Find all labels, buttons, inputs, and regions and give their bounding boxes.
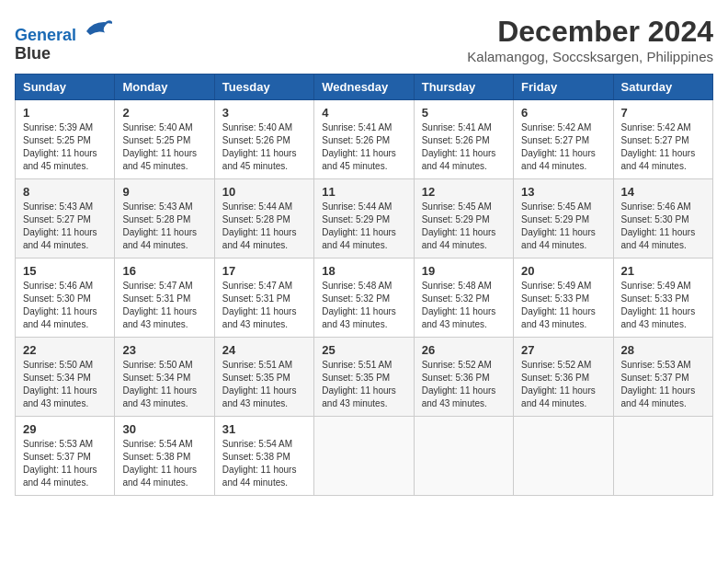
calendar-cell: 5Sunrise: 5:41 AM Sunset: 5:26 PM Daylig…: [414, 100, 513, 179]
day-info: Sunrise: 5:51 AM Sunset: 5:35 PM Dayligh…: [222, 359, 306, 410]
calendar-week-row: 1Sunrise: 5:39 AM Sunset: 5:25 PM Daylig…: [16, 100, 713, 179]
calendar-cell: 1Sunrise: 5:39 AM Sunset: 5:25 PM Daylig…: [16, 100, 115, 179]
day-number: 27: [521, 343, 605, 357]
day-info: Sunrise: 5:43 AM Sunset: 5:27 PM Dayligh…: [23, 201, 107, 252]
day-info: Sunrise: 5:50 AM Sunset: 5:34 PM Dayligh…: [23, 359, 107, 410]
day-number: 12: [422, 185, 506, 199]
calendar-cell: 30Sunrise: 5:54 AM Sunset: 5:38 PM Dayli…: [115, 417, 214, 496]
day-info: Sunrise: 5:47 AM Sunset: 5:31 PM Dayligh…: [122, 280, 206, 331]
calendar-cell: 2Sunrise: 5:40 AM Sunset: 5:25 PM Daylig…: [115, 100, 214, 179]
day-number: 6: [521, 106, 605, 120]
logo-text: General Blue: [15, 15, 112, 63]
calendar-week-row: 15Sunrise: 5:46 AM Sunset: 5:30 PM Dayli…: [16, 259, 713, 338]
day-number: 3: [222, 106, 306, 120]
calendar-cell: 7Sunrise: 5:42 AM Sunset: 5:27 PM Daylig…: [613, 100, 712, 179]
calendar-cell: 26Sunrise: 5:52 AM Sunset: 5:36 PM Dayli…: [414, 338, 513, 417]
logo-line2: Blue: [15, 44, 51, 63]
day-number: 15: [23, 264, 107, 278]
day-info: Sunrise: 5:41 AM Sunset: 5:26 PM Dayligh…: [422, 121, 506, 173]
day-number: 11: [322, 185, 405, 199]
location-title: Kalamangog, Soccsksargen, Philippines: [467, 49, 713, 64]
day-number: 22: [23, 343, 107, 357]
calendar-cell: 11Sunrise: 5:44 AM Sunset: 5:29 PM Dayli…: [314, 179, 414, 259]
day-info: Sunrise: 5:45 AM Sunset: 5:29 PM Dayligh…: [521, 201, 605, 252]
calendar-week-row: 8Sunrise: 5:43 AM Sunset: 5:27 PM Daylig…: [16, 179, 713, 259]
day-number: 25: [322, 343, 405, 357]
day-info: Sunrise: 5:42 AM Sunset: 5:27 PM Dayligh…: [521, 121, 605, 173]
calendar-header-friday: Friday: [514, 75, 613, 100]
calendar-cell: 10Sunrise: 5:44 AM Sunset: 5:28 PM Dayli…: [214, 179, 313, 259]
day-number: 5: [422, 106, 506, 120]
calendar-week-row: 29Sunrise: 5:53 AM Sunset: 5:37 PM Dayli…: [16, 417, 713, 496]
calendar-cell: 28Sunrise: 5:53 AM Sunset: 5:37 PM Dayli…: [613, 338, 712, 417]
day-number: 16: [122, 264, 206, 278]
day-info: Sunrise: 5:50 AM Sunset: 5:34 PM Dayligh…: [122, 359, 206, 410]
day-number: 29: [23, 422, 107, 436]
day-info: Sunrise: 5:46 AM Sunset: 5:30 PM Dayligh…: [23, 280, 107, 331]
calendar-cell: 14Sunrise: 5:46 AM Sunset: 5:30 PM Dayli…: [613, 179, 712, 259]
day-info: Sunrise: 5:46 AM Sunset: 5:30 PM Dayligh…: [621, 201, 705, 252]
day-info: Sunrise: 5:51 AM Sunset: 5:35 PM Dayligh…: [322, 359, 405, 410]
day-number: 8: [23, 185, 107, 199]
calendar-header-saturday: Saturday: [613, 75, 712, 100]
calendar-cell: [314, 417, 414, 496]
day-number: 18: [322, 264, 405, 278]
day-info: Sunrise: 5:40 AM Sunset: 5:26 PM Dayligh…: [222, 121, 306, 173]
calendar-cell: 21Sunrise: 5:49 AM Sunset: 5:33 PM Dayli…: [613, 259, 712, 338]
calendar-cell: 27Sunrise: 5:52 AM Sunset: 5:36 PM Dayli…: [514, 338, 613, 417]
calendar-cell: 8Sunrise: 5:43 AM Sunset: 5:27 PM Daylig…: [16, 179, 115, 259]
month-title: December 2024: [467, 15, 713, 49]
day-info: Sunrise: 5:45 AM Sunset: 5:29 PM Dayligh…: [422, 201, 506, 252]
day-info: Sunrise: 5:42 AM Sunset: 5:27 PM Dayligh…: [621, 121, 705, 173]
calendar-header-wednesday: Wednesday: [314, 75, 414, 100]
day-info: Sunrise: 5:40 AM Sunset: 5:25 PM Dayligh…: [122, 121, 206, 173]
day-number: 13: [521, 185, 605, 199]
header: General Blue December 2024 Kalamangog, S…: [15, 15, 713, 64]
calendar-cell: [613, 417, 712, 496]
day-number: 21: [621, 264, 705, 278]
calendar-cell: 19Sunrise: 5:48 AM Sunset: 5:32 PM Dayli…: [414, 259, 513, 338]
calendar-week-row: 22Sunrise: 5:50 AM Sunset: 5:34 PM Dayli…: [16, 338, 713, 417]
calendar-cell: 18Sunrise: 5:48 AM Sunset: 5:32 PM Dayli…: [314, 259, 414, 338]
day-info: Sunrise: 5:47 AM Sunset: 5:31 PM Dayligh…: [222, 280, 306, 331]
day-number: 2: [122, 106, 206, 120]
calendar-header-thursday: Thursday: [414, 75, 513, 100]
calendar-cell: 25Sunrise: 5:51 AM Sunset: 5:35 PM Dayli…: [314, 338, 414, 417]
calendar-cell: 3Sunrise: 5:40 AM Sunset: 5:26 PM Daylig…: [214, 100, 313, 179]
calendar-cell: 15Sunrise: 5:46 AM Sunset: 5:30 PM Dayli…: [16, 259, 115, 338]
day-number: 7: [621, 106, 705, 120]
calendar-table: SundayMondayTuesdayWednesdayThursdayFrid…: [15, 74, 713, 496]
calendar-cell: 6Sunrise: 5:42 AM Sunset: 5:27 PM Daylig…: [514, 100, 613, 179]
day-number: 4: [322, 106, 405, 120]
day-info: Sunrise: 5:54 AM Sunset: 5:38 PM Dayligh…: [122, 438, 206, 489]
day-info: Sunrise: 5:44 AM Sunset: 5:29 PM Dayligh…: [322, 201, 405, 252]
calendar-cell: 22Sunrise: 5:50 AM Sunset: 5:34 PM Dayli…: [16, 338, 115, 417]
calendar-header-row: SundayMondayTuesdayWednesdayThursdayFrid…: [16, 75, 713, 100]
calendar-header-monday: Monday: [115, 75, 214, 100]
day-info: Sunrise: 5:49 AM Sunset: 5:33 PM Dayligh…: [621, 280, 705, 331]
day-number: 23: [122, 343, 206, 357]
day-info: Sunrise: 5:39 AM Sunset: 5:25 PM Dayligh…: [23, 121, 107, 173]
day-number: 14: [621, 185, 705, 199]
day-number: 30: [122, 422, 206, 436]
day-info: Sunrise: 5:48 AM Sunset: 5:32 PM Dayligh…: [422, 280, 506, 331]
calendar-cell: 4Sunrise: 5:41 AM Sunset: 5:26 PM Daylig…: [314, 100, 414, 179]
logo-bird-icon: [83, 15, 112, 40]
calendar-cell: 9Sunrise: 5:43 AM Sunset: 5:28 PM Daylig…: [115, 179, 214, 259]
logo-line1: General: [15, 26, 76, 44]
calendar-cell: 31Sunrise: 5:54 AM Sunset: 5:38 PM Dayli…: [214, 417, 313, 496]
day-info: Sunrise: 5:48 AM Sunset: 5:32 PM Dayligh…: [322, 280, 405, 331]
day-number: 31: [222, 422, 306, 436]
day-number: 1: [23, 106, 107, 120]
day-info: Sunrise: 5:54 AM Sunset: 5:38 PM Dayligh…: [222, 438, 306, 489]
day-info: Sunrise: 5:53 AM Sunset: 5:37 PM Dayligh…: [621, 359, 705, 410]
day-info: Sunrise: 5:44 AM Sunset: 5:28 PM Dayligh…: [222, 201, 306, 252]
title-section: December 2024 Kalamangog, Soccsksargen, …: [467, 15, 713, 64]
calendar-cell: 12Sunrise: 5:45 AM Sunset: 5:29 PM Dayli…: [414, 179, 513, 259]
day-info: Sunrise: 5:43 AM Sunset: 5:28 PM Dayligh…: [122, 201, 206, 252]
calendar-header-sunday: Sunday: [16, 75, 115, 100]
calendar-cell: [414, 417, 513, 496]
calendar-header-tuesday: Tuesday: [214, 75, 313, 100]
day-number: 9: [122, 185, 206, 199]
day-number: 17: [222, 264, 306, 278]
